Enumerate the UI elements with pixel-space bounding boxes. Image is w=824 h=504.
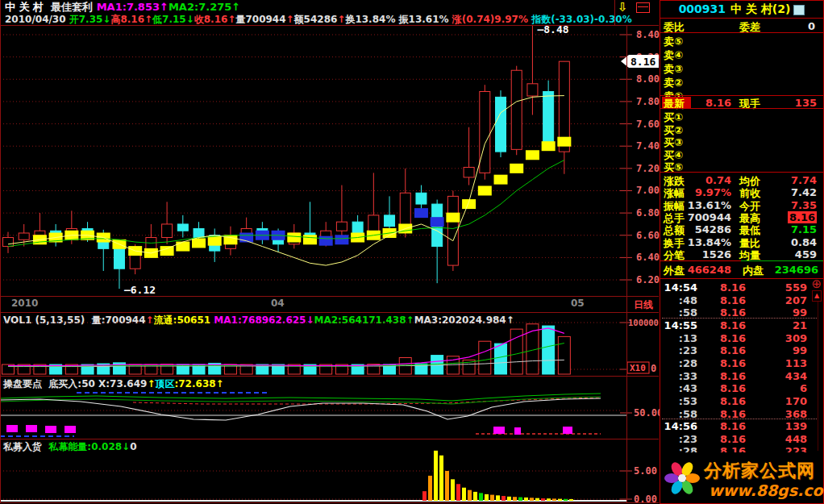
text-segment: 低7.15↓ (152, 14, 194, 25)
caopan-indicator-chart[interactable]: 50.00 (0, 377, 660, 439)
neipan-label: 内盘 (743, 264, 764, 278)
trade-volume: 434 (785, 370, 807, 382)
scrollbar-up-button[interactable]: ▲ (812, 290, 822, 302)
buy-row-label[interactable]: 买⑤ (664, 160, 683, 175)
energy-bar (501, 496, 506, 501)
energy-bar (479, 493, 483, 501)
candle (162, 224, 173, 238)
scroll-down-icon[interactable]: ⇩ (618, 0, 628, 15)
text-segment: 开7.35↓ (69, 14, 111, 25)
stat-value: 54286 (695, 223, 731, 235)
pane-border (0, 376, 659, 377)
sell-row-label[interactable]: 卖③ (664, 62, 683, 77)
trade-group-separator (662, 318, 818, 319)
latest-price: 8.16 (705, 97, 731, 109)
xianshou-label: 现手 (739, 97, 760, 111)
candlestick-chart[interactable]: 8.408.208.007.807.607.407.207.006.806.60… (0, 24, 660, 296)
scrollbar-track[interactable] (818, 302, 818, 451)
candle (527, 84, 538, 96)
svg-text:50.00: 50.00 (634, 407, 660, 419)
logo-banner[interactable]: 分析家公式网 www.88gs.com (660, 452, 823, 503)
candle (368, 215, 379, 233)
volume-bar (479, 341, 491, 374)
axis-divider (626, 25, 627, 503)
signal-block (493, 427, 505, 434)
stat-value: 7.15 (791, 223, 817, 235)
trade-volume: 309 (785, 332, 807, 344)
stair-block (557, 137, 571, 147)
stat-value: 13.84% (688, 236, 731, 248)
energy-bar (468, 490, 472, 501)
stair-block (414, 208, 428, 218)
x-axis-label: 2010 (11, 298, 38, 309)
svg-text:7.00: 7.00 (636, 185, 660, 196)
energy-bar (507, 497, 511, 501)
trade-price: 8.16 (720, 395, 746, 407)
text-segment: 换13.84% (345, 14, 398, 25)
trade-volume: 559 (785, 281, 807, 294)
trade-price: 8.16 (720, 344, 746, 356)
sell-row-label[interactable]: 卖⑤ (664, 35, 683, 49)
energy-bar (558, 499, 562, 501)
energy-bar (552, 498, 556, 501)
pane-border (0, 312, 659, 313)
text-segment: MA2:7.275↑ (169, 1, 240, 13)
stat-value: 0.84 (791, 236, 817, 248)
candle (511, 70, 522, 149)
svg-text:6.80: 6.80 (636, 207, 660, 219)
simu-indicator-chart[interactable]: 5.000.00 (0, 439, 660, 502)
chart-title-line: 中 关 村 最佳套利 MA1:7.853↑MA2:7.275↑ (5, 2, 240, 13)
svg-text:6.40: 6.40 (636, 252, 660, 263)
trade-volume: 448 (785, 433, 807, 445)
trade-time: :28 (664, 357, 697, 369)
trade-time: 14:55 (664, 319, 697, 331)
trade-price: 8.16 (720, 370, 746, 382)
stock-analysis-app: 中 关 村 最佳套利 MA1:7.853↑MA2:7.275↑ 2010/04/… (0, 0, 824, 504)
svg-text:100000: 100000 (628, 318, 659, 327)
candle (480, 91, 490, 173)
flower-logo-icon (660, 454, 704, 502)
left-frame-border (0, 0, 1, 503)
text-segment: 高8.16↑ (110, 14, 152, 25)
period-label[interactable]: 日线 (634, 298, 653, 312)
svg-text:6.60: 6.60 (636, 230, 660, 241)
volume-chart[interactable]: 100000X100 (0, 313, 660, 376)
trade-volume: 6 (800, 382, 807, 394)
stair-block (303, 235, 317, 244)
crosshair-icon[interactable]: ⊕ (811, 278, 822, 290)
volume-bar (495, 344, 507, 374)
stat-value: 1526 (702, 248, 731, 260)
stair-block (446, 213, 460, 223)
stat-value: 0.74 (705, 174, 731, 186)
energy-bar (518, 498, 522, 501)
energy-bar (428, 476, 432, 501)
window-layout-icon[interactable] (636, 2, 650, 13)
stair-block (478, 185, 492, 195)
xianshou-value: 135 (795, 97, 817, 109)
energy-bar (541, 498, 545, 501)
trade-price: 8.16 (720, 420, 746, 432)
info-icon[interactable] (793, 5, 805, 15)
candle (194, 228, 204, 237)
stair-block (510, 164, 523, 173)
trade-price: 8.16 (720, 294, 746, 306)
stair-block (208, 236, 222, 246)
stock-code: 000931 (679, 2, 726, 15)
signal-block (6, 425, 18, 432)
energy-bar (490, 495, 494, 501)
text-segment: MA1:7.853↑ (97, 1, 169, 13)
sell-row-label[interactable]: 卖④ (664, 48, 683, 63)
ohlc-info-line: 2010/04/30 开7.35↓高8.16↑低7.15↓收8.16↑量7009… (5, 14, 632, 25)
sell-row-label[interactable]: 卖② (664, 76, 683, 90)
text-segment: 指数(-33.03)-0.30% (531, 14, 632, 25)
energy-bar (462, 488, 466, 501)
trade-price: 8.16 (720, 332, 746, 344)
svg-text:7.40: 7.40 (636, 140, 660, 152)
signal-block (26, 425, 37, 432)
trade-volume: 113 (785, 357, 807, 369)
svg-text:0: 0 (651, 363, 656, 374)
energy-bar (451, 479, 455, 501)
trade-price: 8.16 (720, 319, 746, 331)
svg-text:0.00: 0.00 (634, 494, 657, 502)
price-annotation: —6.12 (124, 284, 156, 296)
